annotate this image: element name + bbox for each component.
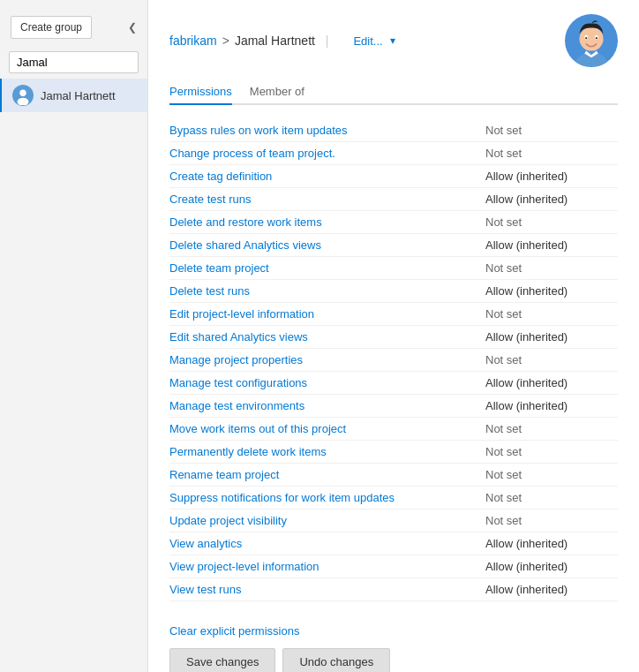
permission-name[interactable]: View project-level information	[169, 560, 485, 573]
clear-permissions-link[interactable]: Clear explicit permissions	[169, 624, 299, 638]
permissions-list: Bypass rules on work item updatesNot set…	[169, 119, 618, 601]
permission-name[interactable]: View analytics	[169, 537, 485, 550]
permission-name[interactable]: Permanently delete work items	[169, 445, 485, 458]
svg-point-4	[579, 27, 603, 51]
breadcrumb-org[interactable]: fabrikam	[169, 34, 217, 48]
permission-name[interactable]: Edit shared Analytics views	[169, 330, 485, 344]
permission-name[interactable]: Rename team project	[169, 468, 485, 481]
permission-value: Allow (inherited)	[485, 330, 618, 344]
permission-name[interactable]: Delete and restore work items	[169, 215, 485, 229]
permission-value: Not set	[485, 514, 618, 527]
table-row: Create tag definitionAllow (inherited)	[169, 165, 618, 188]
permission-value: Not set	[485, 491, 618, 504]
permission-value: Allow (inherited)	[485, 537, 618, 550]
table-row: Bypass rules on work item updatesNot set	[169, 119, 618, 142]
permission-name[interactable]: Manage test environments	[169, 399, 485, 412]
permission-name[interactable]: Manage test configurations	[169, 376, 485, 389]
permission-value: Not set	[485, 468, 618, 481]
user-avatar-large	[565, 14, 618, 67]
permission-value: Allow (inherited)	[485, 399, 618, 412]
permission-name[interactable]: Delete test runs	[169, 284, 485, 298]
edit-dropdown: Edit... ▾	[350, 33, 396, 49]
collapse-icon[interactable]: ❮	[128, 21, 137, 34]
permission-value: Allow (inherited)	[485, 193, 618, 206]
permission-value: Not set	[485, 445, 618, 458]
page-header: fabrikam > Jamal Hartnett | Edit... ▾	[169, 14, 618, 67]
permission-value: Not set	[485, 422, 618, 435]
permission-value: Not set	[485, 215, 618, 229]
svg-point-8	[596, 37, 598, 39]
sidebar: Create group ❮ Jamal Hartnett	[0, 0, 148, 672]
permission-value: Allow (inherited)	[485, 238, 618, 252]
avatar	[12, 85, 34, 106]
permission-value: Not set	[485, 147, 618, 160]
permission-name[interactable]: View test runs	[169, 583, 485, 596]
create-group-button[interactable]: Create group	[11, 16, 92, 39]
user-list-item[interactable]: Jamal Hartnett	[0, 79, 147, 112]
table-row: View analyticsAllow (inherited)	[169, 532, 618, 555]
table-row: Change process of team project.Not set	[169, 142, 618, 165]
permission-name[interactable]: Update project visibility	[169, 514, 485, 527]
table-row: Delete team projectNot set	[169, 257, 618, 280]
table-row: Delete test runsAllow (inherited)	[169, 280, 618, 303]
permission-name[interactable]: Delete team project	[169, 261, 485, 275]
permission-value: Not set	[485, 261, 618, 275]
breadcrumb-separator: >	[222, 34, 229, 48]
footer: Clear explicit permissions Save changes …	[169, 617, 618, 672]
permission-name[interactable]: Suppress notifications for work item upd…	[169, 491, 485, 504]
table-row: Permanently delete work itemsNot set	[169, 441, 618, 464]
permission-name[interactable]: Change process of team project.	[169, 147, 485, 160]
permission-value: Allow (inherited)	[485, 560, 618, 573]
permission-name[interactable]: Edit project-level information	[169, 307, 485, 321]
table-row: Create test runsAllow (inherited)	[169, 188, 618, 211]
table-row: View test runsAllow (inherited)	[169, 578, 618, 601]
table-row: View project-level informationAllow (inh…	[169, 555, 618, 578]
table-row: Rename team projectNot set	[169, 464, 618, 487]
permission-name[interactable]: Manage project properties	[169, 353, 485, 366]
svg-point-7	[585, 37, 587, 39]
svg-point-1	[19, 90, 26, 96]
table-row: Delete shared Analytics viewsAllow (inhe…	[169, 234, 618, 257]
table-row: Edit shared Analytics viewsAllow (inheri…	[169, 326, 618, 349]
footer-buttons: Save changes Undo changes	[169, 648, 618, 672]
table-row: Manage test environmentsAllow (inherited…	[169, 395, 618, 418]
permission-value: Not set	[485, 307, 618, 321]
table-row: Delete and restore work itemsNot set	[169, 211, 618, 234]
breadcrumb: fabrikam > Jamal Hartnett | Edit... ▾	[169, 33, 397, 49]
permission-value: Allow (inherited)	[485, 376, 618, 389]
main-content: fabrikam > Jamal Hartnett | Edit... ▾	[148, 0, 639, 672]
tab-permissions[interactable]: Permissions	[169, 79, 232, 105]
edit-button[interactable]: Edit...	[350, 33, 386, 49]
permission-name[interactable]: Create test runs	[169, 193, 485, 206]
table-row: Update project visibilityNot set	[169, 510, 618, 532]
permission-name[interactable]: Delete shared Analytics views	[169, 238, 485, 252]
permission-value: Allow (inherited)	[485, 583, 618, 596]
permission-name[interactable]: Create tag definition	[169, 170, 485, 183]
table-row: Manage project propertiesNot set	[169, 349, 618, 372]
undo-button[interactable]: Undo changes	[282, 648, 390, 672]
table-row: Edit project-level informationNot set	[169, 303, 618, 326]
header-divider: |	[322, 34, 329, 48]
save-button[interactable]: Save changes	[169, 648, 275, 672]
tab-member-of[interactable]: Member of	[250, 79, 304, 105]
permission-value: Allow (inherited)	[485, 284, 618, 298]
table-row: Move work items out of this projectNot s…	[169, 418, 618, 441]
breadcrumb-user: Jamal Hartnett	[235, 34, 315, 48]
permission-name[interactable]: Move work items out of this project	[169, 422, 485, 435]
tab-bar: Permissions Member of	[169, 79, 618, 105]
dropdown-arrow-icon[interactable]: ▾	[388, 33, 397, 49]
user-name: Jamal Hartnett	[41, 89, 116, 102]
permission-value: Not set	[485, 124, 618, 137]
permission-value: Not set	[485, 353, 618, 366]
search-input[interactable]	[9, 51, 139, 73]
sidebar-header: Create group ❮	[0, 9, 147, 46]
table-row: Suppress notifications for work item upd…	[169, 487, 618, 510]
permission-value: Allow (inherited)	[485, 170, 618, 183]
permission-name[interactable]: Bypass rules on work item updates	[169, 124, 485, 137]
table-row: Manage test configurationsAllow (inherit…	[169, 372, 618, 395]
